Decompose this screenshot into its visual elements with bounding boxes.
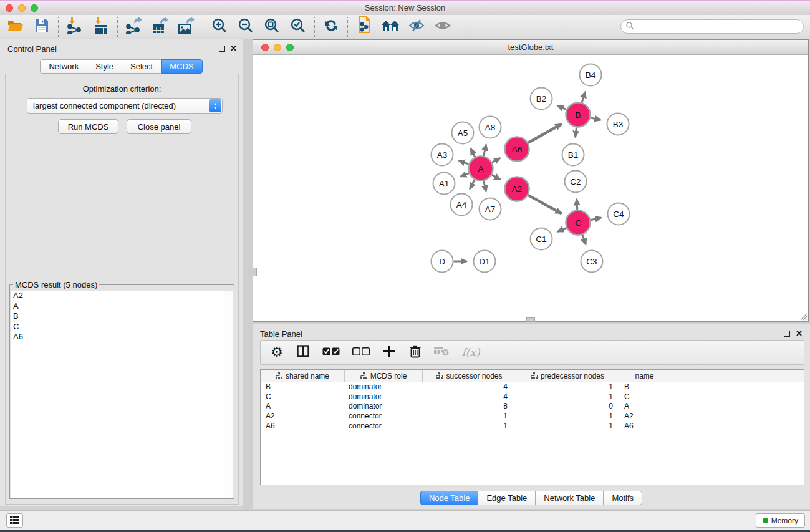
graph-node-C4[interactable]: C4 [608,203,630,225]
memory-button[interactable]: Memory [756,513,805,528]
zoom-fit-button[interactable] [259,16,285,37]
graph-edge-A-A6[interactable] [492,158,500,162]
result-item[interactable]: A [11,301,224,312]
network-window-titlebar[interactable]: testGlobe.txt [253,40,808,55]
close-panel-button[interactable]: Close panel [127,119,191,134]
graph-node-B[interactable]: B [566,103,591,127]
graph-node-A4[interactable]: A4 [451,194,473,216]
cell[interactable]: A [619,402,670,412]
cell[interactable]: 1 [423,422,516,432]
task-history-button[interactable] [6,513,23,528]
close-panel-icon[interactable]: ✕ [230,44,237,53]
graph-edge-C-C1[interactable] [557,228,566,231]
zoom-window-icon[interactable] [31,4,38,12]
graph-edge-A-A1[interactable] [460,173,469,177]
resize-grip[interactable] [799,312,808,321]
deselect-all-button[interactable] [352,345,370,360]
column-header-shared-name[interactable]: shared name [261,370,345,382]
vertical-scroll-hint[interactable] [253,268,257,276]
graph-node-C3[interactable]: C3 [581,251,603,273]
hide-selected-button[interactable] [403,16,430,37]
column-header-predecessor-nodes[interactable]: predecessor nodes [516,370,619,382]
graph-node-B3[interactable]: B3 [607,114,629,135]
graph-edge-A-A2[interactable] [492,175,501,180]
tab-select[interactable]: Select [122,59,162,74]
criterion-dropdown[interactable]: largest connected component (directed) ▲… [27,98,223,114]
graph-node-C[interactable]: C [566,211,591,235]
cell[interactable]: connector [345,422,423,432]
open-session-button[interactable] [2,16,29,37]
graph-node-A2[interactable]: A2 [505,177,529,201]
graph-node-A1[interactable]: A1 [433,173,455,195]
import-network-button[interactable] [62,16,88,37]
cell[interactable]: B [619,382,670,392]
column-header-name[interactable]: name [619,370,670,382]
result-scrollbar[interactable] [224,291,233,498]
float-panel-icon[interactable] [219,46,225,52]
export-image-button[interactable] [173,16,200,37]
graph-node-A6[interactable]: A6 [505,137,529,162]
column-header-successor-nodes[interactable]: successor nodes [423,370,516,382]
cell[interactable]: dominator [345,382,423,392]
cell[interactable]: 8 [423,402,516,412]
graph-node-A5[interactable]: A5 [452,122,474,144]
tab-style[interactable]: Style [87,59,122,74]
horizontal-scroll-hint[interactable] [526,317,535,322]
result-item[interactable]: A2 [11,291,224,301]
table-row[interactable]: A2connector11A2 [261,412,804,422]
network-graph[interactable]: B4B2BB3A8A5A6A3B1AA1C2A2A4A7C4CC1C3DD1 [253,56,808,322]
close-table-panel-icon[interactable]: ✕ [796,329,803,338]
refresh-button[interactable] [318,16,344,37]
export-network-button[interactable] [121,16,147,37]
tab-network[interactable]: Network [40,59,87,74]
graph-edge-A-A7[interactable] [484,181,486,191]
table-row[interactable]: Bdominator41B [261,382,804,392]
cell[interactable]: C [261,392,345,402]
destroy-table-button[interactable] [434,345,449,360]
result-item[interactable]: B [11,311,224,322]
graph-edge-B-B1[interactable] [576,127,577,137]
graph-node-D[interactable]: D [432,251,453,273]
cell[interactable]: 4 [423,382,516,392]
function-builder-button[interactable]: f(x) [460,345,481,360]
network-minimize-icon[interactable] [274,44,281,51]
graph-node-B2[interactable]: B2 [531,88,552,110]
cell[interactable]: dominator [345,402,423,412]
result-item[interactable]: C [11,322,224,332]
table-row[interactable]: A6connector11A6 [261,422,804,432]
cell[interactable]: A2 [619,412,670,422]
tab-edge-table[interactable]: Edge Table [478,491,536,505]
graph-node-C1[interactable]: C1 [531,228,552,250]
graph-node-A3[interactable]: A3 [432,144,453,166]
float-table-panel-icon[interactable] [784,331,790,337]
graph-edge-C-C2[interactable] [577,199,577,210]
tab-motifs[interactable]: Motifs [603,491,642,505]
run-mcds-button[interactable]: Run MCDS [58,119,118,134]
result-item[interactable]: A6 [11,332,224,342]
cell[interactable]: A [261,402,345,412]
graph-node-A[interactable]: A [469,157,493,181]
graph-edge-C-C4[interactable] [591,218,601,220]
cell[interactable]: 1 [516,412,619,422]
cell[interactable]: 1 [516,392,619,402]
search-input[interactable] [637,21,803,32]
cell[interactable]: 4 [423,392,516,402]
graph-node-B4[interactable]: B4 [580,64,602,86]
create-column-button[interactable] [382,345,397,360]
graph-edge-A6-B[interactable] [528,124,562,143]
zoom-out-button[interactable] [233,16,259,37]
zoom-selected-button[interactable] [285,16,311,37]
cell[interactable]: dominator [345,392,423,402]
graph-edge-A2-C[interactable] [528,195,561,213]
table-settings-button[interactable]: ⚙ [269,345,284,360]
cell[interactable]: 0 [516,402,619,412]
cell[interactable]: connector [345,412,423,422]
column-header-MCDS-role[interactable]: MCDS role [345,370,423,382]
new-network-from-file-button[interactable] [351,16,377,37]
graph-edge-A-A8[interactable] [484,145,486,156]
graph-edge-A-A3[interactable] [459,161,469,165]
delete-column-button[interactable] [408,345,423,360]
show-columns-button[interactable] [296,345,311,360]
show-all-button[interactable] [430,16,456,37]
import-table-button[interactable] [88,16,114,37]
